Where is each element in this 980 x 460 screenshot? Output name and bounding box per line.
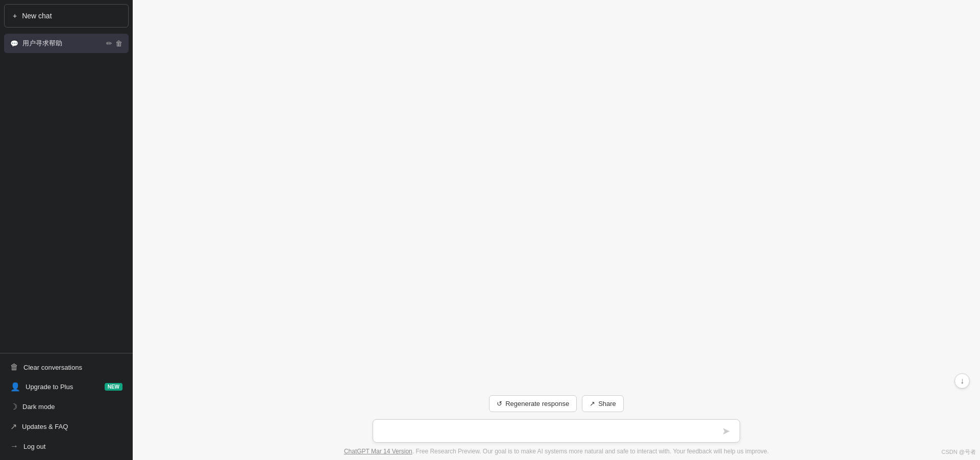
send-button[interactable]: ➤ [720, 425, 732, 437]
action-bar: ↺ Regenerate response ↗ Share [133, 390, 980, 414]
plus-icon: + [13, 12, 17, 20]
sidebar: + New chat 💬 用户寻求帮助 ✏ 🗑 🗑 Clear conversa… [0, 0, 133, 460]
input-area: ➤ [133, 414, 980, 446]
sidebar-action-faq[interactable]: ↗ Updates & FAQ [4, 417, 129, 437]
watermark: CSDN @号者 [942, 448, 976, 456]
sidebar-bottom: 🗑 Clear conversations 👤 Upgrade to Plus … [0, 353, 133, 460]
chat-list: 💬 用户寻求帮助 ✏ 🗑 [0, 32, 133, 353]
new-chat-label: New chat [22, 12, 52, 20]
edit-chat-icon[interactable]: ✏ [106, 39, 112, 47]
new-badge: NEW [105, 383, 122, 391]
upgrade-label: Upgrade to Plus [26, 383, 73, 391]
regenerate-icon: ↺ [497, 400, 502, 407]
new-chat-button[interactable]: + New chat [4, 4, 129, 28]
delete-chat-icon[interactable]: 🗑 [115, 39, 122, 47]
share-label: Share [598, 400, 616, 407]
faq-label: Updates & FAQ [22, 423, 68, 430]
clear-label: Clear conversations [23, 364, 82, 371]
chat-icon: 💬 [10, 40, 18, 47]
chat-title: 用户寻求帮助 [22, 39, 62, 48]
sidebar-action-clear[interactable]: 🗑 Clear conversations [4, 357, 129, 377]
sidebar-action-darkmode[interactable]: ☽ Dark mode [4, 397, 129, 417]
logout-icon: → [10, 442, 18, 451]
share-icon: ↗ [590, 400, 595, 407]
darkmode-icon: ☽ [10, 402, 17, 412]
input-wrapper: ➤ [373, 419, 740, 443]
regenerate-label: Regenerate response [505, 400, 569, 407]
sidebar-action-logout[interactable]: → Log out [4, 437, 129, 456]
chat-area [133, 0, 980, 390]
logout-label: Log out [23, 443, 45, 450]
footer-text: ChatGPT Mar 14 Version. Free Research Pr… [133, 446, 980, 460]
main-content: ↺ Regenerate response ↗ Share ➤ ChatGPT … [133, 0, 980, 460]
scroll-down-button[interactable]: ↓ [954, 373, 970, 389]
send-icon: ➤ [722, 425, 730, 437]
chat-input[interactable] [380, 426, 720, 436]
footer-description: . Free Research Preview. Our goal is to … [412, 448, 769, 455]
chat-list-item[interactable]: 💬 用户寻求帮助 ✏ 🗑 [4, 34, 129, 53]
upgrade-icon: 👤 [10, 382, 20, 392]
faq-icon: ↗ [10, 422, 17, 431]
sidebar-action-upgrade[interactable]: 👤 Upgrade to Plus NEW [4, 377, 129, 397]
clear-icon: 🗑 [10, 363, 18, 372]
regenerate-button[interactable]: ↺ Regenerate response [489, 395, 577, 412]
share-button[interactable]: ↗ Share [582, 395, 624, 412]
darkmode-label: Dark mode [22, 403, 55, 411]
version-link[interactable]: ChatGPT Mar 14 Version [344, 448, 412, 455]
